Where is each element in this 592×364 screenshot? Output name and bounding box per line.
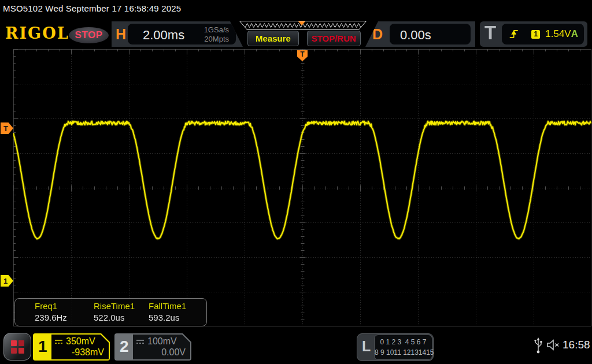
trigger-label: T <box>484 22 496 44</box>
stop-run-button[interactable]: STOP/RUN <box>307 31 361 46</box>
delay-label: D <box>372 26 383 43</box>
channel1-position-marker[interactable]: 1 <box>1 275 13 287</box>
delay-inner: 0.00s <box>390 24 471 44</box>
channel1-body: 350mV -938mV <box>51 335 109 359</box>
trigger-level-value: 1.54V <box>545 28 571 40</box>
measurements-panel[interactable]: Freq1 239.6Hz RiseTime1 522.0us FallTime… <box>14 298 207 326</box>
channel1-scale: 350mV <box>66 336 95 347</box>
usb-icon <box>534 337 543 356</box>
trigger-level-marker[interactable]: T <box>1 122 13 134</box>
status-title: MSO5102 Wed September 17 16:58:49 2025 <box>3 3 181 13</box>
channel2-number: 2 <box>120 337 129 356</box>
trigger-inner: 1 1.54V A <box>502 24 584 44</box>
trigger-settings-block[interactable]: T 1 1.54V A <box>480 21 587 47</box>
speaker-muted-icon <box>546 339 561 353</box>
channel1-block[interactable]: 1 350mV -938mV <box>33 333 110 361</box>
timebase-value: 2.00ms <box>143 28 184 43</box>
logic-analyzer-label: L <box>362 338 371 355</box>
logic-channels-panel: 0 1 2 3 4 5 6 7 8 9 1011 12131415 <box>374 335 432 360</box>
trigger-rising-edge-icon <box>509 28 519 40</box>
logic-channels-row1: 0 1 2 3 4 5 6 7 <box>375 337 432 347</box>
trigger-mode-auto: A <box>571 28 578 40</box>
acquisition-rates: 1GSa/s 20Mpts <box>204 25 229 44</box>
horizontal-inner: 2.00ms 1GSa/s 20Mpts <box>128 24 236 44</box>
channel2-body: 100mV 0.00V <box>133 335 190 359</box>
dc-coupling-icon <box>54 339 63 345</box>
trigger-source-badge: 1 <box>531 30 540 39</box>
channel1-offset: -938mV <box>72 347 104 358</box>
menu-grid-icon <box>11 340 24 354</box>
memory-depth: 20Mpts <box>204 35 229 44</box>
waveform-canvas[interactable] <box>13 49 591 326</box>
horizontal-label: H <box>116 26 126 43</box>
menu-grid-button[interactable] <box>3 333 31 361</box>
rigol-logo: RIGOL <box>5 24 69 42</box>
nav-position-marker-icon[interactable] <box>298 21 305 25</box>
delay-value: 0.00s <box>400 28 431 43</box>
channel1-number: 1 <box>38 337 47 356</box>
logic-channels-row2: 8 9 1011 12131415 <box>375 347 432 358</box>
clock: 16:58 <box>563 339 590 351</box>
horizontal-settings-block[interactable]: H 2.00ms 1GSa/s 20Mpts <box>112 21 243 47</box>
dc-coupling-icon <box>136 339 145 345</box>
channel2-block[interactable]: 2 100mV 0.00V <box>114 333 191 361</box>
acquisition-status-badge[interactable]: STOP <box>69 27 109 43</box>
sample-rate: 1GSa/s <box>204 25 229 35</box>
oscilloscope-screen: MSO5102 Wed September 17 16:58:49 2025 R… <box>0 0 592 364</box>
measure-button[interactable]: Measure <box>247 31 299 46</box>
channel2-scale: 100mV <box>147 336 177 347</box>
delay-settings-block[interactable]: D 0.00s <box>365 21 475 47</box>
channel2-offset: 0.00V <box>161 347 186 358</box>
logic-analyzer-block[interactable]: L 0 1 2 3 4 5 6 7 8 9 1011 12131415 <box>357 333 434 361</box>
